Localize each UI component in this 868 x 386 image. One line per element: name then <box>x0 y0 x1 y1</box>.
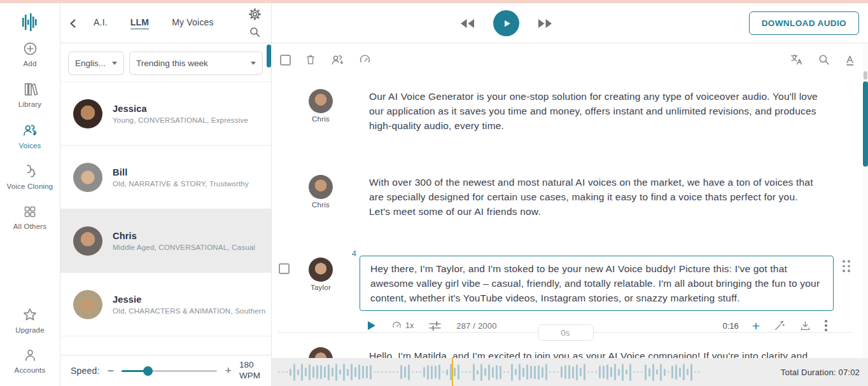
editor-header: DOWNLOAD AUDIO <box>272 3 868 43</box>
voice-row-bill[interactable]: Bill Old, NARRATIVE & STORY, Trustworthy <box>60 146 271 209</box>
waveform[interactable] <box>278 358 702 386</box>
block-speaker: Taylor <box>306 258 335 291</box>
rail-item-all-others[interactable]: All Others <box>0 196 60 237</box>
total-duration: Total Duration: 07:02 <box>781 358 860 386</box>
more-options-button[interactable] <box>825 320 827 331</box>
voice-filters: Englis... Trending this week <box>60 43 271 81</box>
tab-ai[interactable]: A.I. <box>94 17 108 29</box>
avatar <box>309 347 333 358</box>
panel-scrollbar[interactable] <box>267 43 271 120</box>
block-text[interactable]: Our AI Voice Generator is your one-stop … <box>369 89 821 133</box>
plus-circle-icon <box>22 41 38 57</box>
download-audio-button[interactable]: DOWNLOAD AUDIO <box>749 11 859 35</box>
main-scrollbar[interactable] <box>863 43 868 358</box>
library-icon <box>22 81 38 97</box>
main-scrollbar-thumb[interactable] <box>863 81 868 167</box>
rail-item-upgrade[interactable]: Upgrade <box>0 300 60 340</box>
rail-item-library[interactable]: Library <box>0 74 60 115</box>
rail-item-label: All Others <box>13 223 47 230</box>
trash-icon[interactable] <box>304 53 317 66</box>
pause-duration-pill[interactable]: 0s <box>538 324 594 341</box>
voice-name: Jessie <box>113 294 265 305</box>
drag-handle[interactable] <box>843 260 850 272</box>
add-block-button[interactable]: + <box>752 319 760 333</box>
block-text-editor[interactable]: Hey there, I'm Taylor, and I'm stoked to… <box>360 256 834 311</box>
fast-forward-icon <box>538 18 552 29</box>
star-icon <box>22 307 38 323</box>
assign-voice-icon[interactable] <box>330 53 345 67</box>
block-checkbox[interactable] <box>279 263 290 274</box>
character-count: 287 / 2000 <box>456 321 496 331</box>
rewind-button[interactable] <box>460 18 475 29</box>
avatar <box>309 258 333 282</box>
block-text[interactable]: Hey there, I'm Taylor, and I'm stoked to… <box>370 261 823 305</box>
rail-item-voices[interactable]: Voices <box>0 115 60 156</box>
voice-name: Bill <box>113 167 249 177</box>
voice-description: Old, CHARACTERS & ANIMATION, Southern <box>113 307 265 315</box>
block-speaker <box>306 347 335 358</box>
voice-description: Old, NARRATIVE & STORY, Trustworthy <box>113 180 249 188</box>
playhead-cursor[interactable] <box>452 358 453 386</box>
select-all-checkbox[interactable] <box>280 55 291 65</box>
voice-row-chris[interactable]: Chris Middle Aged, CONVERSATIONAL, Casua… <box>60 209 271 273</box>
speed-wpm-unit: WPM <box>239 371 260 382</box>
timeline-bar[interactable]: Total Duration: 07:02 <box>272 358 868 386</box>
voice-row-jessie[interactable]: Jessie Old, CHARACTERS & ANIMATION, Sout… <box>60 273 271 336</box>
block-text[interactable]: With over 300 of the newest and most nat… <box>369 175 821 219</box>
script-block-3-selected[interactable]: Taylor 4 Hey there, I'm Taylor, and I'm … <box>272 251 863 335</box>
rail-item-add[interactable]: Add <box>0 34 60 74</box>
sort-filter-dropdown[interactable]: Trending this week <box>129 52 263 75</box>
search-icon[interactable] <box>249 26 261 38</box>
panel-scrollbar-thumb[interactable] <box>267 45 271 67</box>
voices-panel: A.I. LLM My Voices Englis... <box>60 3 272 386</box>
speed-gauge-icon[interactable] <box>358 53 372 67</box>
voice-name: Jessica <box>113 104 248 114</box>
speed-increase-button[interactable]: + <box>223 365 233 376</box>
voice-row-jessica[interactable]: Jessica Young, CONVERSATIONAL, Expressiv… <box>60 82 271 146</box>
rate-value: 1x <box>405 321 414 330</box>
font-style-icon[interactable] <box>844 54 857 66</box>
rail-item-voice-cloning[interactable]: Voice Cloning <box>0 156 60 196</box>
download-block-icon[interactable] <box>799 320 811 332</box>
tune-sliders-icon[interactable] <box>429 321 441 331</box>
transport-controls <box>460 10 552 36</box>
main-scrollbar-nub[interactable] <box>864 71 867 79</box>
block-play-icon[interactable] <box>367 321 376 331</box>
magic-wand-icon[interactable] <box>773 319 786 332</box>
pause-divider: 0s <box>278 332 853 333</box>
block-speaker: Chris <box>306 89 335 123</box>
voice-cloning-faces-icon <box>22 163 38 179</box>
tab-my-voices[interactable]: My Voices <box>172 17 214 29</box>
slider-thumb[interactable] <box>143 366 153 376</box>
play-icon <box>501 18 512 29</box>
speed-label: Speed: <box>71 366 100 376</box>
app-logo[interactable] <box>18 11 41 34</box>
speed-slider[interactable] <box>122 366 217 375</box>
fast-forward-button[interactable] <box>538 18 552 29</box>
search-text-icon[interactable] <box>818 53 830 66</box>
rail-item-accounts[interactable]: Accounts <box>0 340 60 381</box>
avatar <box>73 290 102 319</box>
language-filter-dropdown[interactable]: Englis... <box>68 52 124 75</box>
script-block-4[interactable]: Hello, I'm Matilda, and I'm excited to j… <box>272 347 863 358</box>
script-block-2[interactable]: Chris With over 300 of the newest and mo… <box>272 175 863 219</box>
tab-llm[interactable]: LLM <box>130 17 149 29</box>
script-block-1[interactable]: Chris Our AI Voice Generator is your one… <box>272 89 863 133</box>
speed-decrease-button[interactable]: − <box>106 365 116 376</box>
avatar <box>73 163 102 192</box>
block-rate[interactable]: 1x <box>391 321 414 331</box>
editor-area: DOWNLOAD AUDIO <box>272 3 868 386</box>
block-text[interactable]: Hello, I'm Matilda, and I'm excited to j… <box>369 348 821 358</box>
voices-panel-header: A.I. LLM My Voices <box>60 3 271 43</box>
speaker-name: Taylor <box>306 284 335 291</box>
rail-item-label: Voices <box>18 142 41 149</box>
avatar <box>309 89 333 113</box>
avatar <box>73 99 102 128</box>
translate-icon[interactable] <box>790 53 804 67</box>
play-button[interactable] <box>493 10 519 36</box>
collapse-panel-button[interactable] <box>68 18 78 29</box>
gear-icon[interactable] <box>249 8 261 20</box>
waveform-logo-icon <box>18 11 41 34</box>
chevron-left-icon <box>68 18 78 29</box>
speed-control: Speed: − + 180 WPM <box>60 355 270 386</box>
